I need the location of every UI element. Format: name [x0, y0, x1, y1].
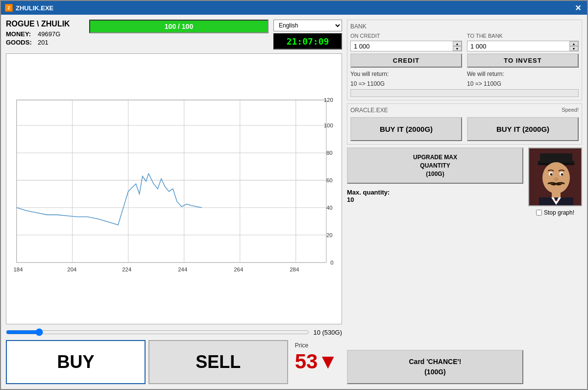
svg-text:264: 264 [234, 267, 243, 272]
avatar-col: Stop graph! [528, 147, 582, 384]
speed-section: Speed! [562, 107, 579, 114]
on-credit-col: ON CREDIT ▲ ▼ CREDIT You will return: 10… [350, 33, 462, 87]
oracle-col-1: BUY IT (2000G) [350, 117, 462, 141]
svg-point-36 [554, 177, 559, 181]
svg-text:80: 80 [326, 150, 333, 156]
bank-section: BANK ON CREDIT ▲ ▼ CREDIT You [347, 20, 582, 100]
oracle-header: ORACLE.EXE Speed! [350, 107, 579, 114]
to-bank-col: TO THE BANK ▲ ▼ TO INVEST We will return… [467, 33, 579, 87]
quantity-slider[interactable] [6, 327, 309, 337]
invest-button[interactable]: TO INVEST [467, 53, 579, 68]
quantity-display: 10 (530G) [313, 329, 342, 336]
chart-area: 0 20 40 60 80 100 120 184 204 224 244 26… [6, 53, 342, 324]
on-credit-up[interactable]: ▲ [453, 41, 462, 46]
goods-value: 201 [38, 39, 49, 46]
price-label: Price [295, 342, 308, 349]
max-qty-info: Max. quantity: 10 [347, 189, 523, 203]
to-bank-down[interactable]: ▼ [569, 46, 578, 51]
svg-point-34 [550, 173, 553, 176]
credit-button[interactable]: CREDIT [350, 53, 462, 68]
price-number: 53 [295, 350, 318, 373]
buy-button[interactable]: BUY [6, 340, 146, 384]
main-content: ROGUE \ ZHULIK MONEY: 49697G GOODS: 201 … [1, 15, 587, 389]
money-row: MONEY: 49697G [6, 30, 84, 38]
svg-text:204: 204 [67, 267, 76, 272]
price-section: Price 53▼ [291, 340, 342, 384]
stop-graph-label: Stop graph! [544, 209, 574, 216]
svg-text:0: 0 [330, 260, 333, 266]
lang-section: English Russian 21:07:09 [273, 20, 342, 49]
invest-return-label: We will return: [467, 71, 579, 77]
left-panel: ROGUE \ ZHULIK MONEY: 49697G GOODS: 201 … [6, 20, 342, 384]
max-qty-label: Max. quantity: [347, 189, 390, 196]
money-value: 49697G [38, 30, 60, 38]
money-label: MONEY: [6, 30, 33, 38]
close-button[interactable]: ✕ [573, 3, 583, 13]
speed-buy-button[interactable]: BUY IT (2000G) [467, 117, 579, 141]
svg-text:120: 120 [324, 97, 333, 103]
on-credit-spinners: ▲ ▼ [453, 41, 462, 51]
on-credit-input[interactable] [351, 42, 453, 51]
titlebar: Z ZHULIK.EXE ✕ [1, 1, 587, 15]
main-window: Z ZHULIK.EXE ✕ ROGUE \ ZHULIK MONEY: 496… [0, 0, 588, 390]
app-icon: Z [5, 4, 13, 12]
top-info: ROGUE \ ZHULIK MONEY: 49697G GOODS: 201 … [6, 20, 342, 49]
progress-bar-section [350, 89, 579, 97]
oracle-title: ORACLE.EXE [350, 107, 388, 114]
to-bank-input-row: ▲ ▼ [467, 41, 579, 51]
to-bank-title: TO THE BANK [467, 33, 579, 39]
upgrade-button[interactable]: UPGRADE MAXQUANTITY(100G) [347, 147, 523, 184]
health-section: 100 / 100 [89, 20, 269, 35]
health-bar-container: 100 / 100 [89, 20, 269, 33]
chart-svg: 0 20 40 60 80 100 120 184 204 224 244 26… [6, 54, 342, 324]
svg-point-35 [561, 173, 564, 176]
oracle-buy-button[interactable]: BUY IT (2000G) [350, 117, 462, 141]
svg-text:244: 244 [178, 267, 187, 272]
svg-text:284: 284 [290, 267, 299, 272]
price-arrow: ▼ [318, 350, 338, 373]
credit-return-value: 10 => 1100G [350, 80, 462, 87]
invest-return-value: 10 => 1100G [467, 80, 579, 87]
svg-text:184: 184 [14, 267, 23, 272]
svg-text:20: 20 [326, 232, 333, 238]
oracle-col-2: BUY IT (2000G) [467, 117, 579, 141]
chance-button[interactable]: Card 'CHANCE'!(100G) [347, 350, 523, 384]
svg-text:40: 40 [326, 205, 333, 211]
window-title: ZHULIK.EXE [16, 4, 53, 12]
to-bank-input[interactable] [467, 42, 569, 51]
stop-graph-checkbox[interactable] [536, 210, 542, 216]
language-select[interactable]: English Russian [273, 20, 342, 31]
avatar-image [528, 147, 582, 206]
oracle-section: ORACLE.EXE Speed! BUY IT (2000G) BUY IT … [347, 103, 582, 145]
right-panel: BANK ON CREDIT ▲ ▼ CREDIT You [347, 20, 582, 384]
bank-title: BANK [350, 23, 579, 30]
svg-text:100: 100 [324, 122, 333, 128]
titlebar-left: Z ZHULIK.EXE [5, 4, 53, 12]
credit-return-label: You will return: [350, 71, 462, 77]
on-credit-title: ON CREDIT [350, 33, 462, 39]
on-credit-down[interactable]: ▼ [453, 46, 462, 51]
svg-text:60: 60 [326, 177, 333, 183]
on-credit-input-row: ▲ ▼ [350, 41, 462, 51]
timer-display: 21:07:09 [273, 33, 342, 49]
to-bank-spinners: ▲ ▼ [569, 41, 578, 51]
player-info: ROGUE \ ZHULIK MONEY: 49697G GOODS: 201 [6, 20, 84, 47]
svg-rect-13 [17, 100, 326, 263]
upgrade-col: UPGRADE MAXQUANTITY(100G) Max. quantity:… [347, 147, 523, 384]
max-qty-value: 10 [347, 196, 354, 203]
speed-label: Speed! [562, 107, 579, 113]
price-value: 53▼ [295, 350, 338, 373]
stop-graph-row: Stop graph! [536, 209, 574, 216]
to-bank-up[interactable]: ▲ [569, 41, 578, 46]
bank-progress-bar [350, 89, 579, 97]
svg-text:224: 224 [122, 267, 131, 272]
player-name: ROGUE \ ZHULIK [6, 20, 84, 28]
slider-row: 10 (530G) [6, 327, 342, 337]
bank-columns: ON CREDIT ▲ ▼ CREDIT You will return: 10… [350, 33, 579, 87]
buy-sell-row: BUY SELL Price 53▼ [6, 340, 342, 384]
bottom-right: UPGRADE MAXQUANTITY(100G) Max. quantity:… [347, 147, 582, 384]
sell-button[interactable]: SELL [148, 340, 288, 384]
health-text: 100 / 100 [165, 23, 193, 30]
avatar-svg [529, 148, 582, 206]
goods-label: GOODS: [6, 39, 33, 46]
